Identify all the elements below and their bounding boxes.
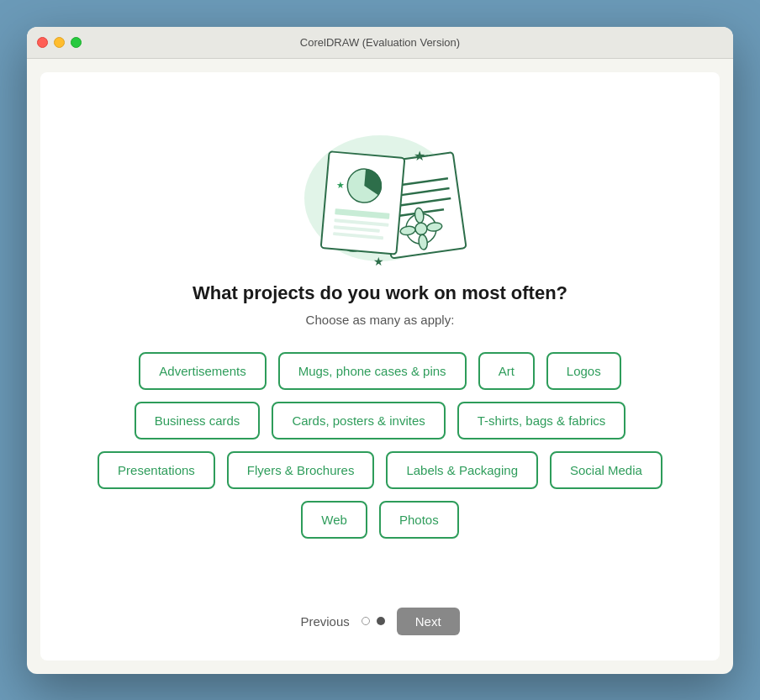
option-presentations[interactable]: Presentations <box>98 451 215 489</box>
question-title: What projects do you work on most often? <box>193 282 567 304</box>
footer: Previous Next <box>300 574 459 635</box>
option-art[interactable]: Art <box>478 352 535 390</box>
dot-2 <box>377 617 385 625</box>
option-photos[interactable]: Photos <box>379 501 459 539</box>
option-labels[interactable]: Labels & Packaging <box>386 451 538 489</box>
options-row-4: Web Photos <box>301 501 458 539</box>
illustration: ★ ★ ★ <box>288 97 472 266</box>
option-advertisements[interactable]: Advertisements <box>139 352 266 390</box>
option-mugs[interactable]: Mugs, phone cases & pins <box>278 352 467 390</box>
main-content: ★ ★ ★ What projects do you work on most … <box>40 72 720 661</box>
option-web[interactable]: Web <box>301 501 367 539</box>
option-logos[interactable]: Logos <box>546 352 621 390</box>
question-subtitle: Choose as many as apply: <box>306 313 455 327</box>
options-row-1: Advertisements Mugs, phone cases & pins … <box>139 352 620 390</box>
option-flyers[interactable]: Flyers & Brochures <box>227 451 375 489</box>
options-container: Advertisements Mugs, phone cases & pins … <box>94 352 666 539</box>
option-cards-posters[interactable]: Cards, posters & invites <box>272 402 445 439</box>
close-button[interactable] <box>37 37 48 48</box>
dot-1 <box>362 617 370 625</box>
options-row-3: Presentations Flyers & Brochures Labels … <box>98 451 662 489</box>
app-window: CorelDRAW (Evaluation Version) <box>27 27 733 674</box>
maximize-button[interactable] <box>71 37 82 48</box>
titlebar: CorelDRAW (Evaluation Version) <box>27 27 733 59</box>
minimize-button[interactable] <box>54 37 65 48</box>
previous-button[interactable]: Previous <box>300 614 349 629</box>
options-row-2: Business cards Cards, posters & invites … <box>135 402 626 439</box>
traffic-lights <box>37 37 82 48</box>
svg-text:★: ★ <box>373 255 384 266</box>
option-business-cards[interactable]: Business cards <box>135 402 261 439</box>
option-tshirts[interactable]: T-shirts, bags & fabrics <box>457 402 626 439</box>
svg-text:★: ★ <box>414 149 425 163</box>
option-social-media[interactable]: Social Media <box>550 451 662 489</box>
svg-text:★: ★ <box>336 180 345 190</box>
pagination-dots <box>362 617 385 625</box>
next-button[interactable]: Next <box>397 608 460 635</box>
window-title: CorelDRAW (Evaluation Version) <box>300 36 460 49</box>
